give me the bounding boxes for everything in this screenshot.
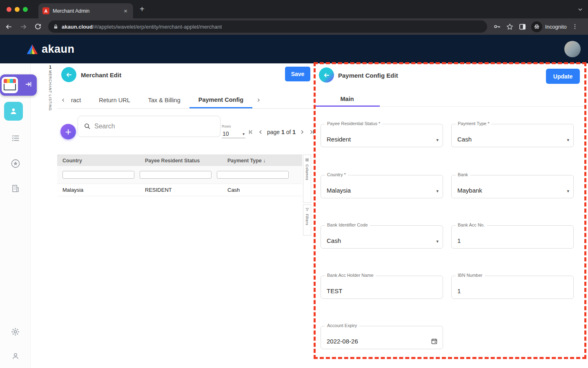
sidebar-item-profile[interactable] xyxy=(4,102,23,121)
sidebar-item-merchant-applet[interactable] xyxy=(0,74,37,96)
tab-search-chevron-icon[interactable] xyxy=(577,7,583,12)
user-avatar[interactable] xyxy=(564,41,581,57)
tab-payment-config[interactable]: Payment Config xyxy=(189,92,252,108)
field-bank[interactable]: Bank Maybank ▾ xyxy=(451,175,574,198)
tab-main[interactable]: Main xyxy=(314,92,380,107)
side-panel-icon[interactable] xyxy=(519,23,526,31)
sidebar-item-organisation[interactable] xyxy=(0,184,31,193)
search-box[interactable] xyxy=(78,116,220,137)
field-bank-identifier-code[interactable]: Bank Identifier Code Cash ▾ xyxy=(321,225,443,249)
incognito-icon xyxy=(531,21,542,32)
table-side-rail: Columns Filters xyxy=(303,155,311,236)
column-header-payee-resident-status[interactable]: Payee Resident Status xyxy=(140,158,222,164)
window-zoom-button[interactable] xyxy=(23,7,28,12)
tab-tax-billing[interactable]: Tax & Billing xyxy=(139,92,189,108)
field-label: Bank Identifier Code xyxy=(325,222,370,227)
update-button[interactable]: Update xyxy=(546,69,580,84)
prev-page-icon[interactable] xyxy=(257,129,264,135)
chevron-down-icon[interactable]: ▾ xyxy=(436,239,439,244)
tab-close-icon[interactable]: × xyxy=(122,7,129,15)
sidebar-item-settings[interactable] xyxy=(0,327,31,337)
rows-per-page-control[interactable]: Rows 10 ▾ xyxy=(222,122,245,138)
store-icon xyxy=(2,77,18,93)
tab-title: Merchant Admin xyxy=(53,8,122,14)
field-value: Cash xyxy=(457,136,472,143)
page-title: Merchant Edit xyxy=(81,72,121,79)
table-filter-row xyxy=(57,166,302,184)
calendar-icon[interactable] xyxy=(431,338,438,345)
field-bank-acc-no[interactable]: Bank Acc No. 1 xyxy=(451,225,574,249)
merchant-edit-tabs: ract Return URL Tax & Billing Payment Co… xyxy=(57,92,314,109)
new-tab-button[interactable]: + xyxy=(140,5,145,13)
chevron-down-icon[interactable]: ▾ xyxy=(436,188,439,194)
payment-config-tabs: Main xyxy=(314,92,587,107)
field-bank-acc-holder-name[interactable]: Bank Acc Holder Name TEST xyxy=(321,276,443,299)
akaun-logo[interactable]: akaun xyxy=(26,43,75,56)
filters-toggle[interactable]: Filters xyxy=(303,204,311,236)
back-icon[interactable] xyxy=(2,20,15,33)
back-arrow-icon xyxy=(323,72,330,79)
payment-config-table: Country Payee Resident Status Payment Ty… xyxy=(57,155,302,196)
rows-value: 10 xyxy=(223,130,229,137)
field-label: Payment Type * xyxy=(456,121,491,126)
forward-icon[interactable] xyxy=(17,20,29,33)
column-header-payment-type[interactable]: Payment Type ↓ xyxy=(222,158,302,164)
field-payment-type[interactable]: Payment Type * Cash ▾ xyxy=(451,124,574,147)
first-page-icon[interactable] xyxy=(247,129,254,135)
browser-menu-icon[interactable] xyxy=(572,23,578,30)
field-ibn-number[interactable]: IBN Number 1 xyxy=(451,276,574,299)
sidebar-item-listing[interactable] xyxy=(0,134,31,143)
window-minimize-button[interactable] xyxy=(15,7,20,12)
table-row[interactable]: Malaysia RESIDENT Cash xyxy=(57,184,302,196)
chevron-down-icon[interactable]: ▾ xyxy=(436,137,439,143)
cell-payment-type: Cash xyxy=(222,187,302,193)
applet-index: 1 xyxy=(46,65,55,70)
next-page-icon[interactable] xyxy=(299,129,305,135)
chevron-down-icon: ▾ xyxy=(243,132,245,136)
add-record-button[interactable]: + xyxy=(60,124,76,139)
search-input[interactable] xyxy=(94,123,214,130)
field-label: Bank Acc No. xyxy=(456,222,487,227)
browser-tab[interactable]: A Merchant Admin × xyxy=(38,3,133,18)
field-label: Payee Residential Status * xyxy=(325,121,382,126)
filter-input-payment-type[interactable] xyxy=(217,171,289,179)
back-button[interactable] xyxy=(319,67,334,83)
tabs-scroll-right-icon[interactable] xyxy=(252,92,265,108)
applet-vertical-label: 1 MERCHANT LISTING xyxy=(46,65,55,112)
reload-icon[interactable] xyxy=(32,20,44,33)
filter-input-payee-resident-status[interactable] xyxy=(140,171,212,179)
chevron-down-icon[interactable]: ▾ xyxy=(567,137,569,143)
chevron-down-icon[interactable]: ▾ xyxy=(567,188,569,194)
tab-favicon: A xyxy=(42,7,49,14)
list-icon xyxy=(11,134,20,143)
bookmark-star-icon[interactable] xyxy=(506,23,514,31)
filter-input-country[interactable] xyxy=(62,171,134,179)
back-button[interactable] xyxy=(61,67,76,82)
toolbar-right-icons: Incognito xyxy=(493,21,578,32)
window-close-button[interactable] xyxy=(7,7,11,12)
field-value: 1 xyxy=(457,287,461,294)
field-value: Cash xyxy=(327,237,341,244)
field-value: Maybank xyxy=(457,187,482,194)
key-icon[interactable] xyxy=(493,22,501,31)
person-icon xyxy=(9,107,18,116)
field-payee-residential-status[interactable]: Payee Residential Status * Resident ▾ xyxy=(321,124,443,147)
applet-name-vertical: MERCHANT LISTING xyxy=(48,70,52,111)
address-bar[interactable]: akaun.cloud/#/applets/wavelet/erp/entity… xyxy=(48,20,487,33)
save-button[interactable]: Save xyxy=(285,67,310,81)
rows-label: Rows xyxy=(222,124,231,128)
star-circle-icon xyxy=(11,159,20,168)
columns-toggle[interactable]: Columns xyxy=(303,155,311,203)
column-header-country[interactable]: Country xyxy=(57,158,140,164)
gear-icon xyxy=(11,327,20,337)
field-country[interactable]: Country * Malaysia ▾ xyxy=(321,175,443,198)
sidebar-item-account[interactable] xyxy=(0,352,31,361)
sort-desc-icon[interactable]: ↓ xyxy=(263,158,265,164)
tab-return-url[interactable]: Return URL xyxy=(90,92,139,108)
tabs-scroll-left-icon[interactable] xyxy=(57,92,69,108)
field-account-expiry[interactable]: Account Expiry 2022-08-26 xyxy=(321,326,443,349)
tab-contract[interactable]: ract xyxy=(69,92,90,108)
browser-toolbar: akaun.cloud/#/applets/wavelet/erp/entity… xyxy=(0,18,588,35)
sidebar-item-favourites[interactable] xyxy=(0,159,31,168)
merchant-edit-panel: Merchant Edit Save ract Return URL Tax &… xyxy=(57,63,314,368)
